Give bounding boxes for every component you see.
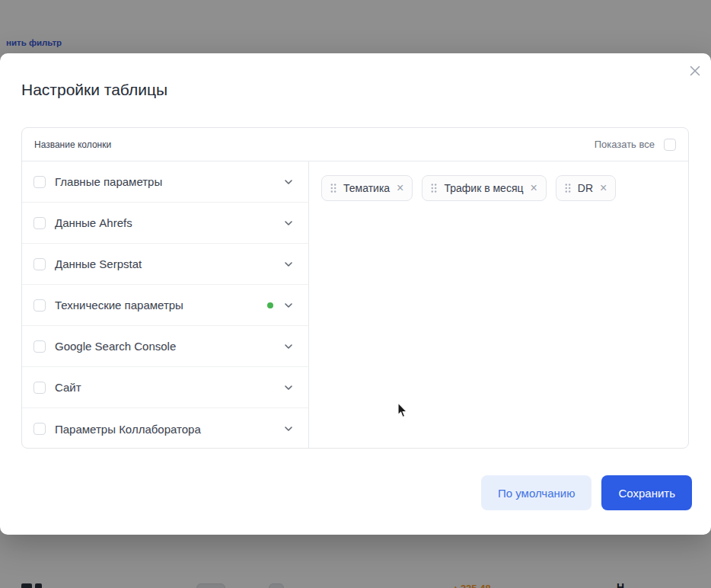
modal-title: Настройки таблицы — [21, 81, 167, 99]
chevron-down-icon[interactable] — [282, 176, 295, 188]
category-checkbox[interactable] — [33, 176, 46, 188]
chevron-down-icon[interactable] — [282, 258, 295, 270]
category-row-right — [282, 423, 295, 435]
category-row[interactable]: Параметры Коллаборатора — [22, 408, 308, 449]
save-button[interactable]: Сохранить — [601, 475, 692, 510]
category-row-right — [282, 217, 295, 229]
column-chip[interactable]: DR × — [556, 175, 617, 201]
category-label: Данные Ahrefs — [55, 216, 132, 229]
category-row[interactable]: Google Search Console — [22, 326, 308, 367]
category-checkbox[interactable] — [33, 382, 46, 394]
category-checkbox[interactable] — [33, 299, 46, 312]
category-row-right — [282, 340, 295, 353]
show-all-checkbox[interactable] — [664, 139, 676, 151]
category-label: Технические параметры — [55, 299, 183, 312]
category-checkbox[interactable] — [33, 340, 46, 353]
category-checkbox[interactable] — [33, 258, 46, 270]
chevron-down-icon[interactable] — [282, 340, 295, 353]
category-row-right — [267, 299, 295, 312]
drag-handle-icon[interactable] — [564, 183, 572, 193]
modal-footer: По умолчанию Сохранить — [481, 475, 692, 510]
columns-panel: Название колонки Показать все Главные па… — [21, 127, 689, 449]
category-row-right — [282, 382, 295, 394]
chevron-down-icon[interactable] — [282, 382, 295, 394]
category-row[interactable]: Главные параметры — [22, 161, 308, 203]
chevron-down-icon[interactable] — [282, 299, 295, 312]
remove-chip-icon[interactable]: × — [529, 182, 537, 194]
category-row-right — [282, 176, 295, 188]
chip-label: DR — [578, 182, 593, 194]
category-checkbox[interactable] — [33, 423, 46, 435]
category-row[interactable]: Технические параметры — [22, 285, 308, 326]
category-row-right — [282, 258, 295, 270]
category-label: Данные Serpstat — [55, 257, 142, 270]
category-label: Сайт — [55, 381, 81, 394]
page: нить фильтр ▲225.48 Н Настройки таблицы … — [0, 0, 711, 588]
chevron-down-icon[interactable] — [282, 217, 295, 229]
remove-chip-icon[interactable]: × — [396, 182, 404, 194]
remove-chip-icon[interactable]: × — [599, 182, 607, 194]
show-all-label: Показать все — [595, 139, 655, 150]
default-button[interactable]: По умолчанию — [481, 475, 591, 510]
show-all-control: Показать все — [595, 139, 676, 151]
column-chip[interactable]: Тематика × — [321, 175, 413, 201]
panel-body: Главные параметры Данные Ahrefs — [22, 161, 688, 448]
category-list: Главные параметры Данные Ahrefs — [22, 161, 309, 448]
chevron-down-icon[interactable] — [282, 423, 295, 435]
column-name-header: Название колонки — [34, 139, 111, 150]
drag-handle-icon[interactable] — [330, 183, 337, 193]
category-label: Главные параметры — [55, 175, 162, 188]
chip-label: Трафик в месяц — [444, 182, 523, 194]
category-checkbox[interactable] — [33, 217, 46, 229]
category-label: Google Search Console — [55, 340, 176, 353]
table-settings-modal: Настройки таблицы Название колонки Показ… — [0, 53, 711, 535]
drag-handle-icon[interactable] — [430, 183, 438, 193]
close-icon[interactable] — [687, 62, 703, 79]
column-chip[interactable]: Трафик в месяц × — [422, 175, 546, 201]
selected-columns-area: Тематика × — [309, 161, 688, 448]
category-row[interactable]: Данные Serpstat — [22, 244, 308, 285]
changed-indicator-dot — [267, 302, 273, 308]
panel-header: Название колонки Показать все — [22, 128, 688, 161]
category-label: Параметры Коллаборатора — [55, 423, 201, 436]
category-row[interactable]: Данные Ahrefs — [22, 203, 308, 244]
chip-label: Тематика — [343, 182, 390, 194]
category-row[interactable]: Сайт — [22, 367, 308, 408]
